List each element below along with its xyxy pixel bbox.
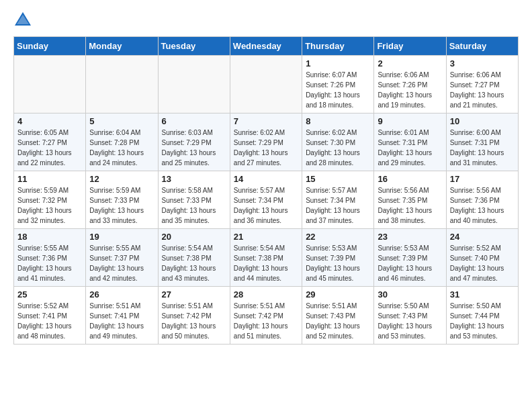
calendar-cell: 24Sunrise: 5:52 AMSunset: 7:40 PMDayligh… [446,229,518,287]
day-number: 14 [234,174,298,184]
week-row-4: 18Sunrise: 5:55 AMSunset: 7:36 PMDayligh… [14,229,519,287]
day-number: 19 [89,232,154,242]
day-number: 15 [306,174,370,184]
calendar-cell: 29Sunrise: 5:51 AMSunset: 7:43 PMDayligh… [302,287,374,345]
calendar-table: SundayMondayTuesdayWednesdayThursdayFrid… [13,36,519,345]
day-number: 8 [306,116,370,126]
header-day-saturday: Saturday [446,37,518,56]
calendar-cell: 19Sunrise: 5:55 AMSunset: 7:37 PMDayligh… [86,229,158,287]
day-number: 1 [306,58,370,68]
day-info: Sunrise: 5:51 AMSunset: 7:42 PMDaylight:… [162,301,226,341]
day-number: 12 [89,174,154,184]
calendar-cell: 17Sunrise: 5:56 AMSunset: 7:36 PMDayligh… [446,171,518,229]
day-info: Sunrise: 6:01 AMSunset: 7:31 PMDaylight:… [378,128,442,168]
calendar-cell: 5Sunrise: 6:04 AMSunset: 7:28 PMDaylight… [86,113,158,171]
calendar-cell: 3Sunrise: 6:06 AMSunset: 7:27 PMDaylight… [446,56,518,113]
week-row-5: 25Sunrise: 5:52 AMSunset: 7:41 PMDayligh… [14,287,519,345]
logo-icon [13,11,32,30]
calendar-cell: 2Sunrise: 6:06 AMSunset: 7:26 PMDaylight… [374,56,446,113]
day-number: 16 [378,174,442,184]
calendar-cell [158,56,230,113]
day-number: 11 [17,174,82,184]
day-info: Sunrise: 5:52 AMSunset: 7:41 PMDaylight:… [17,301,82,341]
day-info: Sunrise: 5:50 AMSunset: 7:43 PMDaylight:… [378,301,442,341]
day-number: 21 [234,232,298,242]
header-day-monday: Monday [86,37,158,56]
day-info: Sunrise: 6:02 AMSunset: 7:30 PMDaylight:… [306,128,370,168]
calendar-cell: 30Sunrise: 5:50 AMSunset: 7:43 PMDayligh… [374,287,446,345]
calendar-cell [86,56,158,113]
day-info: Sunrise: 5:52 AMSunset: 7:40 PMDaylight:… [450,243,515,283]
calendar-cell: 22Sunrise: 5:53 AMSunset: 7:39 PMDayligh… [302,229,374,287]
calendar-cell: 21Sunrise: 5:54 AMSunset: 7:38 PMDayligh… [230,229,302,287]
day-number: 7 [234,116,298,126]
logo [13,11,35,30]
day-info: Sunrise: 6:04 AMSunset: 7:28 PMDaylight:… [89,128,154,168]
header-day-wednesday: Wednesday [230,37,302,56]
day-info: Sunrise: 5:51 AMSunset: 7:43 PMDaylight:… [306,301,370,341]
day-number: 6 [162,116,226,126]
day-number: 4 [17,116,82,126]
header [13,11,519,30]
day-number: 30 [378,289,442,300]
day-info: Sunrise: 5:51 AMSunset: 7:41 PMDaylight:… [89,301,154,341]
day-number: 2 [378,58,442,68]
day-info: Sunrise: 6:07 AMSunset: 7:26 PMDaylight:… [306,70,370,110]
day-number: 25 [17,289,82,300]
day-number: 29 [306,289,370,300]
week-row-3: 11Sunrise: 5:59 AMSunset: 7:32 PMDayligh… [14,171,519,229]
day-number: 28 [234,289,298,300]
day-info: Sunrise: 5:59 AMSunset: 7:32 PMDaylight:… [17,185,82,226]
day-info: Sunrise: 5:55 AMSunset: 7:37 PMDaylight:… [89,243,154,283]
header-day-friday: Friday [374,37,446,56]
week-row-1: 1Sunrise: 6:07 AMSunset: 7:26 PMDaylight… [14,56,519,113]
day-info: Sunrise: 6:02 AMSunset: 7:29 PMDaylight:… [234,128,298,168]
day-number: 20 [162,232,226,242]
calendar-cell: 16Sunrise: 5:56 AMSunset: 7:35 PMDayligh… [374,171,446,229]
day-number: 9 [378,116,442,126]
calendar-cell: 1Sunrise: 6:07 AMSunset: 7:26 PMDaylight… [302,56,374,113]
calendar-cell: 14Sunrise: 5:57 AMSunset: 7:34 PMDayligh… [230,171,302,229]
calendar-cell: 18Sunrise: 5:55 AMSunset: 7:36 PMDayligh… [14,229,86,287]
calendar-cell: 15Sunrise: 5:57 AMSunset: 7:34 PMDayligh… [302,171,374,229]
calendar-cell: 7Sunrise: 6:02 AMSunset: 7:29 PMDaylight… [230,113,302,171]
calendar-cell: 6Sunrise: 6:03 AMSunset: 7:29 PMDaylight… [158,113,230,171]
calendar-cell [230,56,302,113]
day-number: 22 [306,232,370,242]
calendar-cell: 23Sunrise: 5:53 AMSunset: 7:39 PMDayligh… [374,229,446,287]
header-day-thursday: Thursday [302,37,374,56]
calendar-cell: 4Sunrise: 6:05 AMSunset: 7:27 PMDaylight… [14,113,86,171]
calendar-cell: 11Sunrise: 5:59 AMSunset: 7:32 PMDayligh… [14,171,86,229]
calendar-cell: 31Sunrise: 5:50 AMSunset: 7:44 PMDayligh… [446,287,518,345]
day-info: Sunrise: 6:05 AMSunset: 7:27 PMDaylight:… [17,128,82,168]
day-info: Sunrise: 5:51 AMSunset: 7:42 PMDaylight:… [234,301,298,341]
day-number: 23 [378,232,442,242]
calendar-cell: 28Sunrise: 5:51 AMSunset: 7:42 PMDayligh… [230,287,302,345]
header-day-tuesday: Tuesday [158,37,230,56]
calendar-cell: 20Sunrise: 5:54 AMSunset: 7:38 PMDayligh… [158,229,230,287]
day-number: 10 [450,116,515,126]
day-info: Sunrise: 5:58 AMSunset: 7:33 PMDaylight:… [162,185,226,226]
day-number: 5 [89,116,154,126]
day-info: Sunrise: 6:06 AMSunset: 7:27 PMDaylight:… [450,70,515,110]
day-info: Sunrise: 5:53 AMSunset: 7:39 PMDaylight:… [306,243,370,283]
day-info: Sunrise: 5:50 AMSunset: 7:44 PMDaylight:… [450,301,515,341]
header-day-sunday: Sunday [14,37,86,56]
day-info: Sunrise: 5:57 AMSunset: 7:34 PMDaylight:… [306,185,370,226]
day-info: Sunrise: 6:00 AMSunset: 7:31 PMDaylight:… [450,128,515,168]
day-number: 31 [450,289,515,300]
day-info: Sunrise: 5:59 AMSunset: 7:33 PMDaylight:… [89,185,154,226]
calendar-cell: 8Sunrise: 6:02 AMSunset: 7:30 PMDaylight… [302,113,374,171]
calendar-cell: 13Sunrise: 5:58 AMSunset: 7:33 PMDayligh… [158,171,230,229]
calendar-cell: 27Sunrise: 5:51 AMSunset: 7:42 PMDayligh… [158,287,230,345]
day-info: Sunrise: 5:56 AMSunset: 7:36 PMDaylight:… [450,185,515,226]
day-info: Sunrise: 6:06 AMSunset: 7:26 PMDaylight:… [378,70,442,110]
calendar-cell: 25Sunrise: 5:52 AMSunset: 7:41 PMDayligh… [14,287,86,345]
day-number: 17 [450,174,515,184]
day-number: 3 [450,58,515,68]
day-number: 26 [89,289,154,300]
calendar-cell: 12Sunrise: 5:59 AMSunset: 7:33 PMDayligh… [86,171,158,229]
day-number: 24 [450,232,515,242]
calendar-cell: 26Sunrise: 5:51 AMSunset: 7:41 PMDayligh… [86,287,158,345]
day-number: 27 [162,289,226,300]
